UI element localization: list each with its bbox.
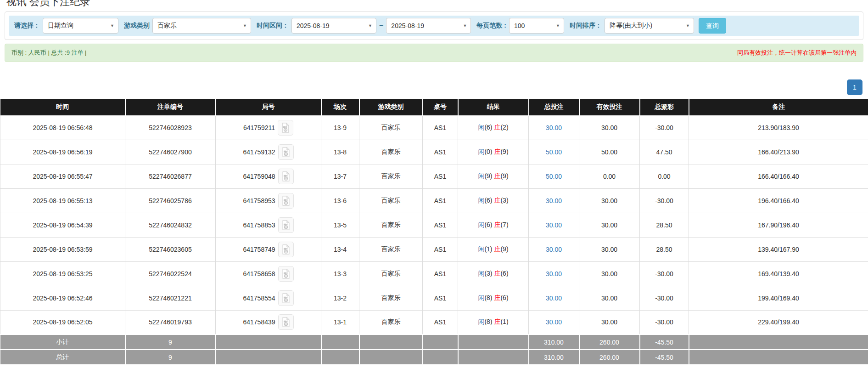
valid-bet-cell: 30.00	[579, 286, 640, 310]
round-id-cell: 641758658	[216, 261, 321, 286]
page-size-select[interactable]: 100 ▼	[509, 18, 564, 34]
total-bet-link[interactable]: 30.00	[546, 270, 562, 277]
payout-cell: 28.50	[640, 213, 689, 237]
total-bet-cell: 30.00	[529, 237, 579, 261]
header-time: 时间	[0, 99, 125, 115]
bet-id-cell: 522746019793	[125, 310, 216, 334]
round-id-value: 641758749	[243, 246, 275, 253]
total-bet-link[interactable]: 30.00	[546, 318, 562, 326]
video-replay-button[interactable]	[278, 217, 294, 233]
search-button[interactable]: 查询	[699, 18, 726, 34]
total-bet-link[interactable]: 30.00	[546, 221, 562, 229]
table-no-cell: AS1	[423, 213, 458, 237]
result-banker-score: (7)	[500, 221, 508, 228]
game-type-select[interactable]: 百家乐 ▼	[152, 18, 251, 34]
query-mode-select[interactable]: 日期查询 ▼	[43, 18, 118, 34]
result-cell: 闲(9) 庄(9)	[458, 164, 529, 188]
result-player-score: (9)	[484, 172, 492, 180]
result-player-label: 闲	[478, 270, 484, 277]
video-replay-button[interactable]	[278, 120, 293, 136]
game-type-cell: 百家乐	[359, 286, 423, 310]
session-cell: 13-9	[321, 115, 359, 140]
header-valid-bet: 有效投注	[579, 99, 640, 115]
chevron-down-icon: ▼	[368, 23, 372, 28]
result-banker-label: 庄	[494, 148, 500, 155]
video-replay-button[interactable]	[278, 169, 294, 184]
bet-id-cell: 522746022524	[125, 261, 216, 286]
result-banker-score: (9)	[500, 172, 508, 180]
valid-bet-cell: 30.00	[579, 115, 640, 140]
round-id-cell: 641758554	[216, 286, 321, 310]
table-row: 2025-08-19 06:55:47 522746026877 6417590…	[0, 164, 868, 188]
remark-cell: 213.90/183.90	[689, 115, 868, 140]
total-bet-cell: 30.00	[529, 286, 579, 310]
video-replay-button[interactable]	[278, 266, 294, 282]
round-id-cell: 641758749	[216, 237, 321, 261]
remark-cell: 229.40/199.40	[689, 310, 868, 334]
total-bet-link[interactable]: 30.00	[546, 197, 562, 204]
table-row: 2025-08-19 06:56:19 522746027900 6417591…	[0, 140, 868, 164]
sort-select[interactable]: 降幂(由大到小) ▼	[605, 18, 694, 34]
result-player-score: (3)	[484, 270, 492, 277]
sort-value: 降幂(由大到小)	[610, 22, 652, 30]
result-player-score: (6)	[484, 124, 492, 131]
video-replay-button[interactable]	[278, 242, 294, 257]
date-to-value: 2025-08-19	[391, 22, 424, 29]
video-file-icon	[281, 317, 291, 327]
filter-panel: 请选择： 日期查询 ▼ 游戏类别 百家乐 ▼ 时间区间： 2025-08-19 …	[5, 11, 863, 40]
result-player-label: 闲	[478, 294, 484, 301]
table-header-row: 时间 注单编号 局号 场次 游戏类别 桌号 结果 总投注 有效投注 总派彩 备注	[0, 99, 868, 115]
summary-payout: -45.50	[640, 334, 689, 350]
date-from-value: 2025-08-19	[297, 22, 330, 29]
result-banker-score: (3)	[500, 197, 508, 204]
total-bet-link[interactable]: 30.00	[546, 294, 562, 302]
date-from-select[interactable]: 2025-08-19 ▼	[291, 18, 376, 34]
total-bet-cell: 50.00	[529, 140, 579, 164]
bet-id-cell: 522746026877	[125, 164, 216, 188]
game-type-cell: 百家乐	[359, 140, 423, 164]
table-no-cell: AS1	[423, 261, 458, 286]
header-table-no: 桌号	[423, 99, 458, 115]
total-bet-link[interactable]: 30.00	[546, 246, 562, 253]
remark-cell: 166.40/213.90	[689, 140, 868, 164]
payout-cell: 47.50	[640, 140, 689, 164]
total-count: 9	[125, 350, 216, 365]
pagination: 1	[0, 79, 868, 95]
round-id-cell: 641758439	[216, 310, 321, 334]
total-bet-link[interactable]: 50.00	[546, 148, 562, 156]
result-cell: 闲(0) 庄(9)	[458, 140, 529, 164]
result-player-label: 闲	[478, 197, 484, 204]
session-cell: 13-1	[321, 310, 359, 334]
video-replay-button[interactable]	[278, 144, 294, 160]
currency-summary: 币别 : 人民币 | 总共 :9 注单 |	[11, 49, 87, 57]
video-replay-button[interactable]	[278, 193, 294, 209]
total-valid-bet: 260.00	[579, 350, 640, 365]
table-no-cell: AS1	[423, 310, 458, 334]
result-player-score: (6)	[484, 221, 492, 228]
session-cell: 13-8	[321, 140, 359, 164]
game-type-label: 游戏类别	[124, 22, 150, 30]
result-banker-label: 庄	[494, 294, 500, 301]
info-bar: 币别 : 人民币 | 总共 :9 注单 | 同局有效投注，统一计算在该局第一张注…	[5, 44, 863, 62]
table-no-cell: AS1	[423, 164, 458, 188]
result-cell: 闲(8) 庄(1)	[458, 310, 529, 334]
total-bet-link[interactable]: 30.00	[546, 124, 562, 131]
session-cell: 13-7	[321, 164, 359, 188]
table-row: 2025-08-19 06:54:39 522746024832 6417588…	[0, 213, 868, 237]
table-no-cell: AS1	[423, 140, 458, 164]
total-bet-link[interactable]: 50.00	[546, 173, 562, 180]
round-id-value: 641758953	[243, 197, 275, 204]
video-replay-button[interactable]	[278, 314, 294, 330]
result-banker-label: 庄	[494, 197, 500, 204]
session-cell: 13-5	[321, 213, 359, 237]
total-bet-cell: 50.00	[529, 164, 579, 188]
round-id-value: 641759048	[243, 173, 275, 180]
date-to-select[interactable]: 2025-08-19 ▼	[386, 18, 471, 34]
payout-cell: -30.00	[640, 261, 689, 286]
time-cell: 2025-08-19 06:56:19	[0, 140, 125, 164]
page-1-button[interactable]: 1	[847, 79, 862, 95]
page-size-label: 每页笔数 :	[476, 22, 506, 30]
video-replay-button[interactable]	[278, 290, 294, 306]
header-session: 场次	[321, 99, 359, 115]
result-banker-label: 庄	[494, 221, 500, 228]
